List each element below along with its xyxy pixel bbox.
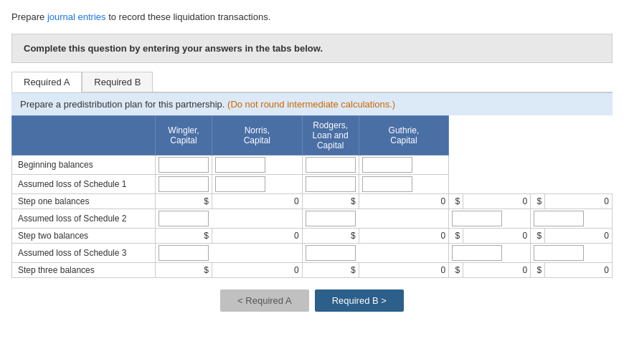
instruction-box: Complete this question by entering your …	[11, 34, 613, 63]
row-label-schedule1: Assumed loss of Schedule 1	[12, 175, 156, 194]
step2-norris-dollar: $	[302, 229, 359, 244]
schedule3-wingler-cell	[156, 244, 303, 263]
table-row: Beginning balances	[12, 155, 613, 175]
step2-rodgers-val: 0	[463, 229, 531, 244]
schedule1-norris-input[interactable]	[215, 176, 265, 192]
schedule3-rodgers-cell	[449, 244, 531, 263]
row-label-schedule2: Assumed loss of Schedule 2	[12, 209, 156, 229]
row-label-beginning: Beginning balances	[12, 155, 156, 175]
beginning-guthrie-cell	[359, 155, 449, 175]
step3-wingler-dollar: $	[156, 263, 212, 278]
step3-norris-dollar: $	[302, 263, 359, 278]
section-main-text: Prepare a predistribution plan for this …	[20, 99, 224, 110]
table-row: Step one balances $ 0 $ 0 $ 0 $ 0	[12, 194, 613, 209]
schedule2-wingler-cell	[156, 209, 303, 229]
step1-rodgers-dollar: $	[449, 194, 463, 209]
schedule2-guthrie-cell	[531, 209, 613, 229]
beginning-rodgers-input[interactable]	[306, 157, 356, 173]
row-label-step2: Step two balances	[12, 229, 156, 244]
next-button[interactable]: Required B >	[315, 289, 404, 312]
row-label-step3: Step three balances	[12, 263, 156, 278]
step3-norris-val: 0	[359, 263, 449, 278]
prev-button-label: < Required A	[237, 295, 292, 306]
step1-norris-val: 0	[359, 194, 449, 209]
step1-guthrie-dollar: $	[531, 194, 545, 209]
tab-required-b[interactable]: Required B	[82, 72, 153, 92]
schedule1-wingler-input[interactable]	[159, 176, 209, 192]
step3-rodgers-dollar: $	[449, 263, 463, 278]
schedule1-guthrie-cell	[359, 175, 449, 194]
schedule2-wingler-input[interactable]	[159, 211, 209, 226]
schedule1-rodgers-input[interactable]	[306, 176, 356, 192]
schedule2-norris-input[interactable]	[306, 211, 356, 226]
step2-rodgers-dollar: $	[449, 229, 463, 244]
col-header-empty	[12, 116, 156, 155]
schedule2-rodgers-cell	[449, 209, 531, 229]
next-button-label: Required B >	[332, 295, 387, 306]
table-row: Step three balances $ 0 $ 0 $ 0 $ 0	[12, 263, 613, 278]
instruction-text: Complete this question by entering your …	[24, 43, 323, 54]
schedule3-wingler-input[interactable]	[159, 245, 209, 261]
schedule2-norris-cell	[302, 209, 449, 229]
beginning-norris-cell	[212, 155, 303, 175]
schedule1-norris-cell	[212, 175, 303, 194]
step1-wingler-val: 0	[212, 194, 303, 209]
table-row: Assumed loss of Schedule 3	[12, 244, 613, 263]
table-wrapper: Wingler,Capital Norris,Capital Rodgers,L…	[11, 115, 613, 278]
step3-guthrie-dollar: $	[531, 263, 545, 278]
schedule2-guthrie-input[interactable]	[534, 211, 584, 226]
nav-buttons: < Required A Required B >	[11, 289, 613, 312]
beginning-wingler-input[interactable]	[159, 157, 209, 173]
intro-text: Prepare journal entries to record these …	[11, 11, 613, 22]
beginning-rodgers-cell	[302, 155, 359, 175]
step1-rodgers-val: 0	[463, 194, 531, 209]
step1-norris-dollar: $	[302, 194, 359, 209]
step3-guthrie-val: 0	[545, 263, 613, 278]
prev-button[interactable]: < Required A	[220, 289, 309, 312]
step2-guthrie-dollar: $	[531, 229, 545, 244]
tab-required-a[interactable]: Required A	[11, 72, 82, 92]
step3-wingler-val: 0	[212, 263, 303, 278]
schedule3-norris-cell	[302, 244, 449, 263]
table-row: Assumed loss of Schedule 1	[12, 175, 613, 194]
row-label-schedule3: Assumed loss of Schedule 3	[12, 244, 156, 263]
schedule1-guthrie-input[interactable]	[362, 176, 412, 192]
col-header-guthrie: Guthrie,Capital	[359, 116, 449, 155]
col-header-wingler: Wingler,Capital	[156, 116, 212, 155]
step1-wingler-dollar: $	[156, 194, 212, 209]
predistribution-table: Wingler,Capital Norris,Capital Rodgers,L…	[11, 115, 613, 278]
step2-wingler-val: 0	[212, 229, 303, 244]
tabs-container: Required A Required B	[11, 72, 613, 92]
step1-guthrie-val: 0	[545, 194, 613, 209]
table-row: Assumed loss of Schedule 2	[12, 209, 613, 229]
section-note: (Do not round intermediate calculations.…	[227, 99, 395, 110]
step2-norris-val: 0	[359, 229, 449, 244]
beginning-norris-input[interactable]	[215, 157, 265, 173]
step2-wingler-dollar: $	[156, 229, 212, 244]
schedule2-rodgers-input[interactable]	[452, 211, 502, 226]
beginning-guthrie-input[interactable]	[362, 157, 412, 173]
col-header-rodgers: Rodgers,Loan andCapital	[302, 116, 359, 155]
row-label-step1: Step one balances	[12, 194, 156, 209]
beginning-wingler-cell	[156, 155, 212, 175]
step2-guthrie-val: 0	[545, 229, 613, 244]
section-header: Prepare a predistribution plan for this …	[11, 92, 613, 115]
schedule3-norris-input[interactable]	[306, 245, 356, 261]
col-header-norris: Norris,Capital	[212, 116, 303, 155]
schedule3-guthrie-input[interactable]	[534, 245, 584, 261]
schedule1-wingler-cell	[156, 175, 212, 194]
step3-rodgers-val: 0	[463, 263, 531, 278]
table-row: Step two balances $ 0 $ 0 $ 0 $ 0	[12, 229, 613, 244]
schedule1-rodgers-cell	[302, 175, 359, 194]
schedule3-guthrie-cell	[531, 244, 613, 263]
schedule3-rodgers-input[interactable]	[452, 245, 502, 261]
